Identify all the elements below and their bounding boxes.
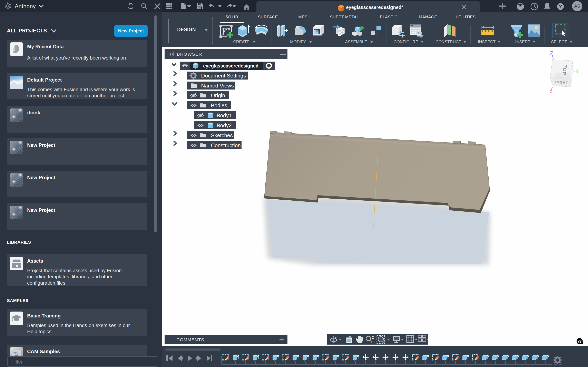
- svg-text:?: ?: [559, 4, 562, 9]
- svg-text:Sketches: Sketches: [211, 132, 233, 138]
- svg-text:Z: Z: [550, 50, 553, 56]
- svg-text:Body2: Body2: [217, 122, 232, 128]
- svg-text:Origin: Origin: [211, 92, 225, 99]
- svg-text:Document Settings: Document Settings: [201, 73, 246, 79]
- svg-text:Construction: Construction: [211, 142, 241, 149]
- svg-text:Named Views: Named Views: [201, 83, 234, 89]
- svg-text:Bodies: Bodies: [211, 102, 227, 108]
- svg-text:X: X: [549, 89, 553, 94]
- svg-text:Y: Y: [576, 68, 579, 74]
- svg-text:Body1: Body1: [217, 112, 232, 118]
- svg-text:eyeglasscaseredesigned: eyeglasscaseredesigned: [203, 63, 259, 68]
